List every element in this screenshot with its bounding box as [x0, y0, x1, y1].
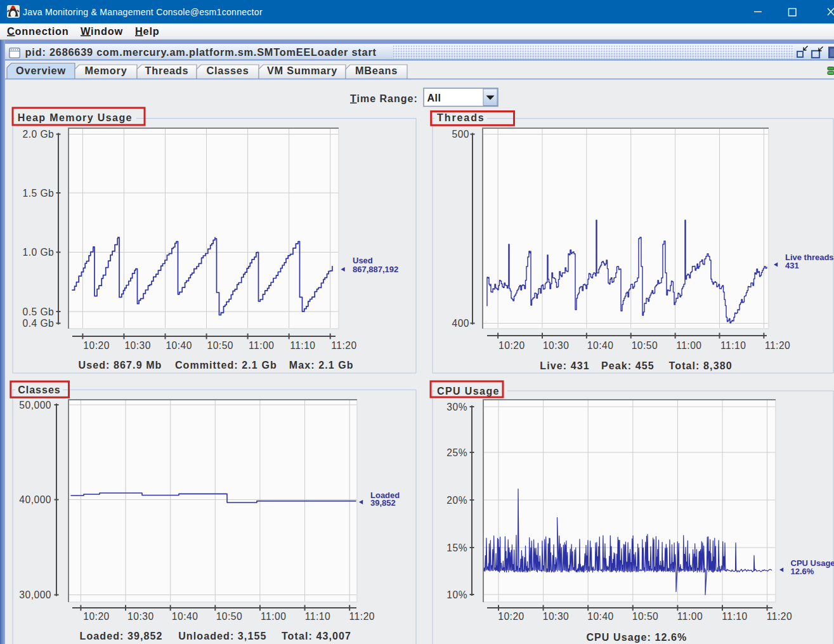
svg-text:Memory: Memory [84, 65, 127, 76]
svg-text:40,000: 40,000 [19, 494, 51, 505]
svg-text:10:20: 10:20 [83, 340, 110, 351]
svg-text:10:40: 10:40 [166, 340, 192, 351]
svg-text:11:10: 11:10 [722, 611, 747, 622]
svg-text:MBeans: MBeans [355, 65, 398, 76]
svg-text:Used: 867.9 Mb: Used: 867.9 Mb [79, 360, 162, 371]
svg-text:11:20: 11:20 [331, 340, 356, 351]
svg-text:Total: 8,380: Total: 8,380 [669, 360, 733, 371]
svg-text:10:40: 10:40 [172, 611, 199, 622]
svg-text:10:30: 10:30 [124, 340, 151, 351]
svg-text:400: 400 [452, 318, 469, 329]
svg-text:CPU Usage: CPU Usage [437, 386, 500, 397]
svg-text:11:00: 11:00 [261, 611, 286, 622]
svg-text:11:10: 11:10 [720, 340, 746, 351]
svg-text:Loaded: 39,852: Loaded: 39,852 [80, 631, 163, 641]
svg-text:10:20: 10:20 [498, 340, 525, 351]
svg-text:Committed: 2.1 Gb: Committed: 2.1 Gb [175, 360, 277, 371]
svg-text:Classes: Classes [18, 384, 61, 395]
svg-text:11:10: 11:10 [305, 611, 330, 622]
svg-text:20%: 20% [446, 495, 467, 506]
svg-text:2.0 Gb: 2.0 Gb [22, 129, 54, 140]
svg-text:Threads: Threads [145, 65, 189, 76]
svg-text:25%: 25% [446, 447, 467, 458]
svg-text:10:30: 10:30 [543, 340, 570, 351]
svg-text:10:50: 10:50 [632, 340, 658, 351]
svg-text:Java Monitoring & Management C: Java Monitoring & Management Console@esm… [23, 7, 263, 17]
svg-text:VM Summary: VM Summary [267, 65, 337, 76]
svg-text:11:20: 11:20 [765, 340, 790, 351]
svg-text:Total: 43,007: Total: 43,007 [282, 631, 351, 641]
svg-text:pid: 2686639 com.mercury.am.pl: pid: 2686639 com.mercury.am.platform.sm.… [25, 46, 377, 58]
svg-text:Threads: Threads [437, 112, 485, 123]
svg-text:Overview: Overview [16, 65, 66, 76]
svg-text:50,000: 50,000 [19, 400, 51, 411]
svg-text:30,000: 30,000 [19, 589, 51, 600]
svg-text:867,887,192: 867,887,192 [353, 265, 398, 274]
svg-text:Unloaded: 3,155: Unloaded: 3,155 [178, 631, 266, 641]
svg-text:431: 431 [785, 261, 799, 270]
svg-text:11:00: 11:00 [249, 340, 274, 351]
svg-text:Help: Help [135, 25, 160, 37]
svg-text:10:30: 10:30 [543, 611, 570, 622]
svg-text:30%: 30% [446, 402, 467, 412]
svg-text:All: All [427, 93, 441, 103]
svg-text:10:50: 10:50 [632, 611, 659, 622]
svg-text:11:00: 11:00 [677, 611, 703, 622]
svg-text:12.6%: 12.6% [791, 567, 814, 576]
svg-text:11:20: 11:20 [349, 611, 375, 622]
svg-text:10:50: 10:50 [207, 340, 233, 351]
svg-text:Time Range:: Time Range: [350, 93, 418, 104]
svg-text:10:30: 10:30 [127, 611, 154, 622]
svg-text:10%: 10% [446, 589, 467, 600]
svg-text:Max: 2.1 Gb: Max: 2.1 Gb [289, 360, 354, 371]
svg-text:0.5 Gb: 0.5 Gb [22, 306, 54, 317]
svg-text:1.0 Gb: 1.0 Gb [22, 247, 54, 258]
svg-text:Peak: 455: Peak: 455 [601, 360, 655, 371]
svg-text:Connection: Connection [7, 25, 69, 37]
svg-text:10:40: 10:40 [587, 340, 614, 351]
svg-text:10:20: 10:20 [83, 611, 110, 622]
svg-text:Window: Window [81, 25, 123, 37]
svg-text:10:40: 10:40 [587, 611, 614, 622]
svg-text:11:10: 11:10 [290, 340, 315, 351]
svg-text:Heap Memory Usage: Heap Memory Usage [18, 112, 133, 123]
svg-text:10:20: 10:20 [498, 611, 525, 622]
svg-text:Live: 431: Live: 431 [540, 360, 589, 371]
svg-text:11:00: 11:00 [676, 340, 701, 351]
svg-text:10:50: 10:50 [216, 611, 243, 622]
svg-text:CPU Usage: 12.6%: CPU Usage: 12.6% [586, 632, 687, 643]
svg-text:0.4 Gb: 0.4 Gb [22, 318, 54, 329]
svg-text:1.5 Gb: 1.5 Gb [22, 188, 54, 199]
svg-text:11:20: 11:20 [767, 611, 792, 622]
svg-text:500: 500 [452, 129, 469, 140]
svg-text:39,852: 39,852 [370, 498, 396, 508]
svg-text:15%: 15% [446, 542, 467, 553]
svg-text:Classes: Classes [206, 65, 249, 76]
